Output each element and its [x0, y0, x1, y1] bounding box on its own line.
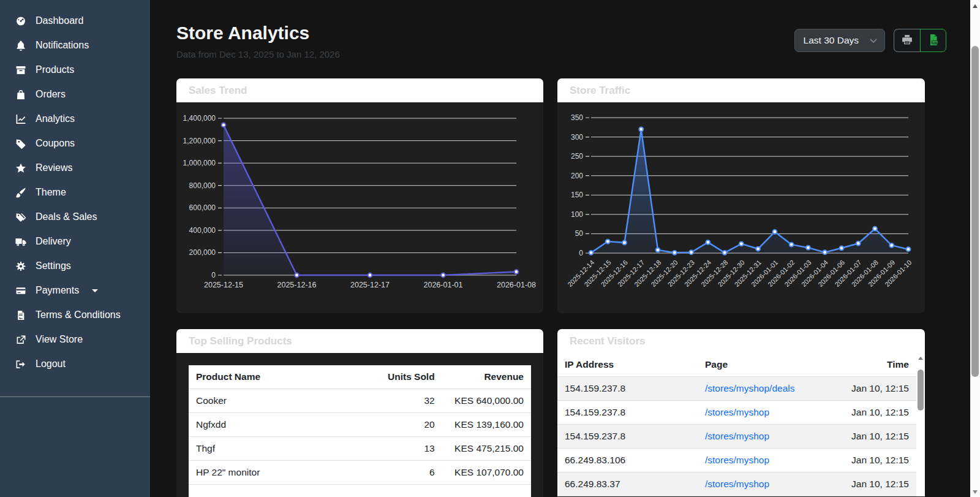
svg-text:200: 200 [571, 172, 583, 180]
svg-text:350: 350 [571, 113, 583, 122]
sales-trend-card: Sales Trend 0200,000400,000600,000800,00… [176, 78, 543, 313]
sidebar-item-analytics[interactable]: Analytics [0, 107, 150, 131]
cell: 154.159.237.8 [557, 425, 698, 449]
table-row: 154.159.237.8/stores/myshopJan 10, 12:15 [557, 425, 916, 449]
sidebar-item-reviews[interactable]: Reviews [0, 156, 150, 180]
page-cell: /stores/myshop [698, 401, 810, 425]
sidebar-item-delivery[interactable]: Delivery [0, 229, 150, 254]
sidebar-item-logout[interactable]: Logout [0, 352, 150, 376]
sidebar-item-dashboard[interactable]: Dashboard [0, 9, 150, 33]
sidebar-item-label: View Store [36, 334, 83, 345]
brush-icon [15, 188, 27, 198]
gauge-icon [15, 16, 27, 26]
scroll-down-arrow-icon[interactable] [973, 490, 978, 494]
sidebar-item-terms-conditions[interactable]: Terms & Conditions [0, 303, 150, 327]
page-cell: /stores/myshop/deals [698, 377, 810, 401]
visitors-scrollbar-thumb[interactable] [918, 370, 924, 411]
table-row [189, 485, 531, 497]
cell: Jan 10, 12:15 [810, 401, 916, 425]
printer-icon [902, 34, 913, 47]
svg-text:200,000: 200,000 [189, 248, 216, 257]
external-link-icon [15, 335, 27, 345]
svg-text:0: 0 [579, 249, 583, 257]
svg-text:2026-01-08: 2026-01-08 [497, 281, 536, 289]
bell-icon [15, 40, 27, 51]
cell: KES 475,215.00 [442, 437, 531, 461]
svg-text:50: 50 [575, 229, 584, 238]
cell: Jan 10, 12:15 [810, 425, 916, 449]
tag-icon [15, 138, 27, 149]
recent-visitors-card: Recent Visitors IP AddressPageTime154.15… [557, 329, 925, 497]
sidebar-item-label: Logout [36, 359, 66, 370]
date-range-value: Last 30 Days [804, 35, 859, 46]
store-traffic-card: Store Traffic 0501001502002503003502025-… [557, 78, 925, 313]
column-header: Page [698, 353, 810, 377]
page-scrollbar-thumb[interactable] [971, 46, 979, 377]
sidebar-item-label: Payments [36, 285, 79, 296]
sidebar-item-label: Coupons [36, 138, 75, 149]
svg-text:0: 0 [211, 271, 216, 279]
page-cell: /stores/myshop [698, 425, 810, 449]
sidebar-item-deals-sales[interactable]: Deals & Sales [0, 205, 150, 229]
visitor-page-link[interactable]: /stores/myshop [705, 407, 769, 417]
table-header-row: IP AddressPageTime [557, 353, 916, 377]
recent-visitors-card-title: Recent Visitors [557, 329, 925, 353]
cell: HP 22" monitor [189, 461, 353, 485]
scroll-up-arrow-icon[interactable] [918, 357, 923, 360]
table-row: HP 22" monitor6KES 107,070.00 [189, 461, 531, 485]
svg-text:2025-12-16: 2025-12-16 [277, 281, 317, 289]
svg-text:1,400,000: 1,400,000 [183, 114, 216, 123]
sidebar-item-label: Notifications [36, 40, 89, 51]
sidebar-item-products[interactable]: Products [0, 58, 150, 82]
sales-trend-card-title: Sales Trend [176, 78, 543, 102]
cell: 66.249.83.106 [557, 449, 698, 472]
visitor-page-link[interactable]: /stores/myshop/deals [705, 383, 794, 393]
sales-trend-chart: 0200,000400,000600,000800,0001,000,0001,… [176, 102, 543, 313]
svg-text:600,000: 600,000 [189, 203, 216, 212]
main-content: Store Analytics Data from Dec 13, 2025 t… [150, 0, 980, 497]
page-subtitle: Data from Dec 13, 2025 to Jan 12, 2026 [176, 49, 340, 60]
credit-card-icon [15, 286, 27, 296]
sidebar-item-notifications[interactable]: Notifications [0, 33, 150, 58]
cell: Jan 10, 12:15 [810, 449, 916, 472]
visitor-page-link[interactable]: /stores/myshop [705, 455, 769, 465]
print-button[interactable] [894, 29, 920, 52]
star-icon [15, 163, 27, 173]
shopping-bag-icon [15, 89, 27, 100]
sidebar-item-label: Delivery [36, 236, 71, 247]
top-products-card-title: Top Selling Products [176, 329, 543, 353]
cell: 154.159.237.8 [557, 377, 698, 401]
page-scrollbar[interactable] [970, 0, 980, 497]
svg-text:300: 300 [571, 133, 583, 142]
sidebar-item-payments[interactable]: Payments [0, 278, 150, 303]
sidebar-item-coupons[interactable]: Coupons [0, 131, 150, 156]
column-header: Product Name [189, 365, 353, 389]
cell: KES 107,070.00 [442, 461, 531, 485]
visitors-scrollbar[interactable] [916, 353, 925, 496]
visitor-page-link[interactable]: /stores/myshop [705, 431, 769, 441]
date-range-select[interactable]: Last 30 Days [794, 29, 885, 52]
table-row: 154.159.237.8/stores/myshopJan 10, 12:15 [557, 401, 916, 425]
sidebar-item-orders[interactable]: Orders [0, 82, 150, 107]
svg-text:2026-01-01: 2026-01-01 [424, 281, 463, 289]
sidebar-item-settings[interactable]: Settings [0, 254, 150, 278]
cell: 154.159.237.8 [557, 401, 698, 425]
sidebar-item-label: Reviews [36, 162, 72, 173]
top-products-table: Product NameUnits SoldRevenueCooker32KES… [189, 365, 531, 497]
export-csv-button[interactable]: CSV [920, 29, 946, 52]
tags-icon [15, 212, 27, 222]
column-header: IP Address [557, 353, 698, 377]
sidebar-item-theme[interactable]: Theme [0, 180, 150, 205]
top-products-card: Top Selling Products Product NameUnits S… [176, 329, 543, 497]
cell: Cooker [189, 389, 353, 413]
svg-text:2025-12-17: 2025-12-17 [350, 281, 390, 289]
visitor-page-link[interactable]: /stores/myshop [705, 479, 769, 489]
cell: 32 [353, 389, 442, 413]
sidebar-item-label: Settings [36, 260, 71, 271]
chevron-down-icon [870, 35, 877, 46]
logout-icon [15, 359, 27, 370]
scroll-up-arrow-icon[interactable] [973, 4, 978, 8]
sidebar-item-view-store[interactable]: View Store [0, 327, 150, 352]
box-icon [15, 65, 27, 75]
sidebar-item-label: Deals & Sales [36, 211, 97, 222]
